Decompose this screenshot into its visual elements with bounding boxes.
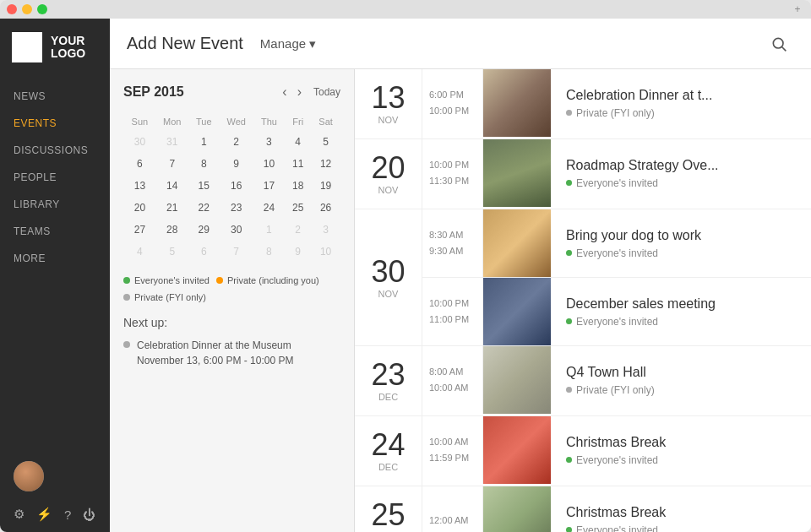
sidebar-item-discussions[interactable]: DISCUSSIONS [0, 137, 110, 164]
event-status: Private (FYI only) [566, 384, 796, 396]
cal-day[interactable]: 20 [125, 198, 155, 218]
event-group[interactable]: 25DEC12:00 AMChristmas BreakEveryone's i… [355, 486, 811, 532]
cal-day[interactable]: 4 [285, 132, 311, 152]
event-month: DEC [378, 392, 398, 402]
manage-dropdown[interactable]: Manage ▾ [260, 36, 316, 52]
cal-day[interactable]: 23 [220, 198, 253, 218]
cal-day[interactable]: 5 [156, 242, 188, 262]
minimize-button[interactable] [22, 4, 32, 14]
event-group[interactable]: 20NOV10:00 PM11:30 PMRoadmap Strategy Ov… [355, 139, 811, 209]
maximize-button[interactable] [37, 4, 47, 14]
next-up-item[interactable]: Celebration Dinner at the Museum Novembe… [123, 338, 340, 368]
cal-day[interactable]: 30 [220, 220, 253, 240]
settings-icon[interactable]: ⚙ [14, 507, 24, 522]
cal-day[interactable]: 29 [190, 220, 218, 240]
cal-day[interactable]: 13 [125, 176, 155, 196]
cal-day[interactable]: 15 [190, 176, 218, 196]
event-row[interactable]: 10:00 AM11:59 PMChristmas BreakEveryone'… [422, 416, 811, 484]
sidebar-item-events[interactable]: EVENTS [0, 110, 110, 137]
cal-day[interactable]: 27 [125, 220, 155, 240]
cal-day[interactable]: 19 [313, 176, 339, 196]
cal-day[interactable]: 7 [156, 154, 188, 174]
event-title: Christmas Break [566, 505, 796, 520]
event-row[interactable]: 10:00 PM11:30 PMRoadmap Strategy Ove...E… [422, 139, 811, 207]
sidebar-item-news[interactable]: NEWS [0, 83, 110, 110]
cal-day[interactable]: 3 [255, 132, 284, 152]
cal-day[interactable]: 9 [220, 154, 253, 174]
cal-day[interactable]: 17 [255, 176, 284, 196]
cal-day[interactable]: 12 [313, 154, 339, 174]
cal-day[interactable]: 2 [220, 132, 253, 152]
calendar-prev[interactable]: ‹ [279, 83, 290, 101]
cal-day[interactable]: 1 [190, 132, 218, 152]
expand-icon[interactable]: + [791, 3, 804, 16]
event-day: 30 [371, 257, 405, 287]
event-image [483, 278, 551, 345]
event-image [483, 346, 551, 414]
cal-dow-fri: Fri [285, 113, 311, 130]
cal-day[interactable]: 11 [285, 154, 311, 174]
cal-day[interactable]: 3 [313, 220, 339, 240]
legend-everyone: Everyone's invited [123, 275, 210, 285]
cal-dow-thu: Thu [255, 113, 284, 130]
cal-day[interactable]: 31 [156, 132, 188, 152]
event-time-start: 10:00 PM [429, 296, 476, 312]
cal-day[interactable]: 18 [285, 176, 311, 196]
event-time-start: 6:00 PM [429, 87, 476, 103]
power-icon[interactable]: ⏻ [83, 508, 95, 522]
cal-day[interactable]: 6 [125, 154, 155, 174]
add-event-button[interactable]: Add New Event [127, 34, 243, 53]
calendar-month: SEP 2015 [123, 84, 279, 100]
event-rows: 12:00 AMChristmas BreakEveryone's invite… [422, 486, 811, 532]
cal-day[interactable]: 26 [313, 198, 339, 218]
event-date: 13NOV [355, 69, 422, 138]
event-row[interactable]: 12:00 AMChristmas BreakEveryone's invite… [422, 486, 811, 532]
calendar-today[interactable]: Today [313, 86, 340, 98]
cal-day[interactable]: 28 [156, 220, 188, 240]
sidebar-item-teams[interactable]: TEAMS [0, 218, 110, 245]
event-time-start: 8:00 AM [429, 364, 476, 380]
cal-day[interactable]: 2 [285, 220, 311, 240]
sidebar-item-people[interactable]: PEOPLE [0, 164, 110, 191]
calendar-next[interactable]: › [294, 83, 305, 101]
cal-day[interactable]: 21 [156, 198, 188, 218]
cal-day[interactable]: 7 [220, 242, 253, 262]
cal-day[interactable]: 8 [255, 242, 284, 262]
search-button[interactable] [764, 29, 794, 59]
sliders-icon[interactable]: ⚡ [36, 507, 52, 522]
cal-day[interactable]: 10 [255, 154, 284, 174]
main-content: Add New Event Manage ▾ SEP 2015 ‹ [110, 19, 811, 532]
event-group[interactable]: 13NOV6:00 PM10:00 PMCelebration Dinner a… [355, 69, 811, 139]
event-status: Everyone's invited [566, 454, 796, 466]
event-row[interactable]: 8:30 AM9:30 AMBring your dog to workEver… [422, 209, 811, 278]
event-row[interactable]: 10:00 PM11:00 PMDecember sales meetingEv… [422, 278, 811, 345]
sidebar-item-more[interactable]: MORE [0, 245, 110, 272]
cal-day[interactable]: 9 [285, 242, 311, 262]
event-group[interactable]: 23DEC8:00 AM10:00 AMQ4 Town HallPrivate … [355, 346, 811, 416]
close-button[interactable] [7, 4, 17, 14]
cal-dow-mon: Mon [156, 113, 188, 130]
cal-day[interactable]: 5 [313, 132, 339, 152]
cal-day[interactable]: 30 [125, 132, 155, 152]
event-group[interactable]: 24DEC10:00 AM11:59 PMChristmas BreakEver… [355, 416, 811, 486]
cal-day[interactable]: 1 [255, 220, 284, 240]
cal-day[interactable]: 10 [313, 242, 339, 262]
event-time-col: 10:00 AM11:59 PM [422, 416, 483, 484]
avatar-area[interactable] [0, 453, 110, 500]
cal-day[interactable]: 6 [190, 242, 218, 262]
event-group[interactable]: 30NOV8:30 AM9:30 AMBring your dog to wor… [355, 209, 811, 346]
event-row[interactable]: 8:00 AM10:00 AMQ4 Town HallPrivate (FYI … [422, 346, 811, 414]
cal-day[interactable]: 22 [190, 198, 218, 218]
cal-day[interactable]: 16 [220, 176, 253, 196]
cal-day[interactable]: 14 [156, 176, 188, 196]
sidebar-item-library[interactable]: LIBRARY [0, 191, 110, 218]
cal-day[interactable]: 25 [285, 198, 311, 218]
event-status-dot [566, 457, 572, 463]
event-title: Bring your dog to work [566, 228, 796, 243]
cal-day[interactable]: 4 [125, 242, 155, 262]
help-icon[interactable]: ? [64, 508, 71, 522]
cal-day[interactable]: 24 [255, 198, 284, 218]
event-row[interactable]: 6:00 PM10:00 PMCelebration Dinner at t..… [422, 69, 811, 137]
avatar[interactable] [14, 461, 44, 491]
cal-day[interactable]: 8 [190, 154, 218, 174]
